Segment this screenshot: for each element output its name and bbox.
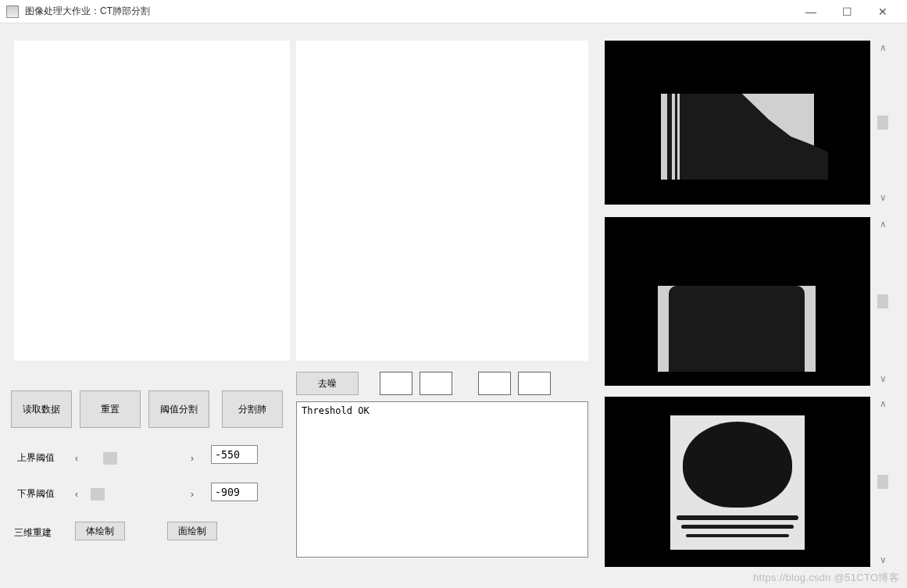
app-icon [6,5,19,18]
slider-right-icon[interactable]: › [187,452,197,465]
lower-threshold-input[interactable] [211,483,258,501]
slider-track[interactable] [81,488,187,501]
scroll-thumb[interactable] [877,475,888,489]
main-canvas-right [296,41,588,361]
upper-threshold-input[interactable] [211,445,258,464]
window-title: 图像处理大作业：CT肺部分割 [25,5,793,18]
slider-left-icon[interactable]: ‹ [72,488,81,501]
titlebar: 图像处理大作业：CT肺部分割 — ☐ ✕ [0,0,907,23]
param-box-3[interactable] [478,372,511,395]
slider-thumb[interactable] [91,488,105,501]
ct-image-region [686,534,789,537]
ct-image-region [667,94,672,180]
lower-threshold-slider[interactable]: ‹ › [72,487,197,501]
client-area: 去噪 读取数据 重置 阈值分割 分割肺 Threshold OK 上界阈值 ‹ … [0,23,907,588]
ct-image-region [669,286,805,372]
scroll-down-icon[interactable]: ∨ [877,192,889,203]
threshold-seg-button[interactable]: 阈值分割 [148,390,209,428]
ct-image-region [675,94,677,180]
ct-image-region [681,525,794,529]
preview-panel-axial: ∧ ∨ [605,41,894,205]
lower-threshold-label: 下界阈值 [17,487,55,501]
param-box-2[interactable] [420,372,452,395]
main-canvas-left [14,41,290,361]
preview-panel-sagittal: ∧ ∨ [605,397,894,567]
preview-scrollbar[interactable]: ∧ ∨ [873,41,892,205]
param-box-1[interactable] [380,372,412,395]
ct-image-region [677,515,798,520]
ct-image-region [683,422,792,508]
preview-view-coronal[interactable] [605,217,870,386]
reconstruct-3d-label: 三维重建 [14,526,52,540]
param-box-4[interactable] [518,372,551,395]
upper-threshold-slider[interactable]: ‹ › [72,451,197,465]
maximize-button[interactable]: ☐ [829,0,865,23]
window-controls: — ☐ ✕ [793,0,901,23]
upper-threshold-label: 上界阈值 [17,451,55,465]
denoise-button[interactable]: 去噪 [296,372,359,395]
slider-left-icon[interactable]: ‹ [72,452,81,465]
close-button[interactable]: ✕ [865,0,901,23]
slider-thumb[interactable] [103,452,117,465]
preview-scrollbar[interactable]: ∧ ∨ [873,217,892,386]
slider-track[interactable] [81,452,187,465]
scroll-up-icon[interactable]: ∧ [877,42,889,53]
reset-button[interactable]: 重置 [80,390,141,428]
scroll-down-icon[interactable]: ∨ [877,373,889,384]
read-data-button[interactable]: 读取数据 [11,390,72,428]
log-output: Threshold OK [296,401,588,558]
scroll-up-icon[interactable]: ∧ [877,398,889,409]
surface-render-button[interactable]: 面绘制 [167,522,217,540]
scroll-thumb[interactable] [877,294,888,308]
watermark: https://blog.csdn @51CTO博客 [753,571,899,585]
preview-panel-coronal: ∧ ∨ [605,217,894,386]
minimize-button[interactable]: — [793,0,829,23]
scroll-up-icon[interactable]: ∧ [877,219,889,230]
preview-view-sagittal[interactable] [605,397,870,567]
scroll-down-icon[interactable]: ∨ [877,554,889,565]
segment-lung-button[interactable]: 分割肺 [222,390,283,428]
volume-render-button[interactable]: 体绘制 [75,522,125,540]
slider-right-icon[interactable]: › [187,488,197,501]
log-text: Threshold OK [302,405,370,416]
preview-scrollbar[interactable]: ∧ ∨ [873,397,892,567]
scroll-thumb[interactable] [877,116,888,130]
preview-view-axial[interactable] [605,41,870,205]
